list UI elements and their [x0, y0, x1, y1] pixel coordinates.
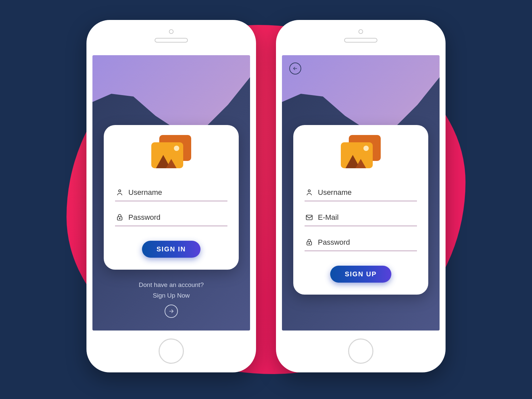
camera-dot	[358, 29, 363, 34]
svg-rect-4	[306, 215, 312, 220]
lock-icon	[116, 213, 124, 221]
home-button[interactable]	[159, 338, 184, 364]
lock-icon	[305, 238, 313, 246]
signup-link[interactable]: Sign Up Now	[153, 292, 190, 299]
user-icon	[305, 189, 313, 197]
screen-signin: SIGN IN Dont have an account? Sign Up No…	[92, 55, 250, 331]
username-input[interactable]	[318, 188, 416, 197]
username-field[interactable]	[115, 185, 227, 201]
back-button[interactable]	[289, 63, 301, 74]
password-field[interactable]	[305, 235, 417, 251]
email-field[interactable]	[305, 210, 417, 226]
speaker-slot	[155, 38, 188, 43]
signup-arrow-button[interactable]	[165, 305, 178, 318]
camera-dot	[169, 29, 174, 34]
phone-signup: SIGN UP	[276, 20, 446, 372]
password-input[interactable]	[128, 213, 227, 222]
phone-top-hardware	[155, 29, 188, 43]
phones-row: SIGN IN Dont have an account? Sign Up No…	[86, 20, 446, 372]
user-icon	[116, 189, 124, 197]
image-placeholder-icon	[341, 135, 381, 168]
password-input[interactable]	[318, 238, 416, 247]
phone-signin: SIGN IN Dont have an account? Sign Up No…	[86, 20, 256, 372]
signin-footer: Dont have an account? Sign Up Now	[92, 281, 250, 318]
speaker-slot	[344, 38, 377, 43]
email-input[interactable]	[318, 213, 416, 222]
mail-icon	[305, 213, 313, 221]
password-field[interactable]	[115, 210, 227, 226]
signup-button[interactable]: SIGN UP	[330, 266, 391, 283]
svg-point-0	[119, 190, 121, 192]
arrow-left-icon	[292, 66, 298, 71]
arrow-right-icon	[168, 308, 175, 315]
svg-point-3	[308, 190, 310, 192]
signin-card: SIGN IN	[104, 125, 239, 270]
screen-signup: SIGN UP	[282, 55, 440, 331]
image-placeholder-icon	[151, 135, 191, 168]
phone-top-hardware	[344, 29, 377, 43]
svg-point-6	[309, 243, 310, 244]
signup-card: SIGN UP	[293, 125, 428, 295]
no-account-text: Dont have an account?	[92, 281, 250, 289]
username-input[interactable]	[128, 188, 227, 197]
home-button[interactable]	[348, 338, 373, 364]
signin-button[interactable]: SIGN IN	[142, 241, 200, 258]
svg-point-2	[119, 218, 120, 219]
username-field[interactable]	[305, 185, 417, 201]
